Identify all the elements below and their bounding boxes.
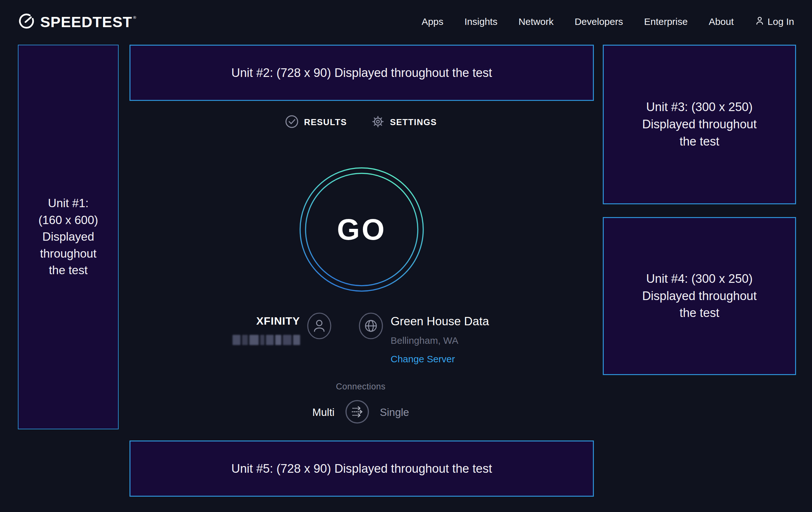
server-name: Green House Data [391, 315, 489, 328]
nav-enterprise[interactable]: Enterprise [644, 16, 688, 27]
login-label: Log In [768, 16, 794, 27]
header: SPEEDTEST ® Apps Insights Network Develo… [0, 0, 812, 44]
connections-multi-option[interactable]: Multi [312, 406, 335, 419]
login-button[interactable]: Log In [755, 16, 794, 28]
trademark-mark: ® [133, 15, 137, 20]
provider-server-row: XFINITY Green House Data Bellingham, WA [119, 312, 603, 365]
ad-unit-4[interactable]: Unit #4: (300 x 250) Displayed throughou… [603, 217, 796, 375]
server-location: Bellingham, WA [391, 335, 489, 346]
results-label: RESULTS [304, 117, 347, 127]
isp-name: XFINITY [232, 315, 300, 327]
check-circle-icon [285, 114, 299, 130]
server-globe-icon [358, 312, 384, 341]
gear-icon [371, 114, 385, 130]
settings-label: SETTINGS [390, 117, 437, 127]
user-icon [755, 16, 764, 28]
speedtest-logo[interactable]: SPEEDTEST ® [18, 0, 137, 44]
connections-single-option[interactable]: Single [380, 406, 409, 419]
connections-toggle[interactable] [345, 399, 370, 426]
ad-unit-2[interactable]: Unit #2: (728 x 90) Displayed throughout… [129, 45, 594, 101]
tabs-bar: RESULTS SETTINGS [119, 114, 603, 130]
connections-toggle-row: Multi Single [312, 399, 409, 426]
nav-apps[interactable]: Apps [422, 16, 443, 27]
tab-settings[interactable]: SETTINGS [371, 114, 437, 130]
server-block: Green House Data Bellingham, WA Change S… [391, 315, 489, 365]
change-server-link[interactable]: Change Server [391, 354, 455, 365]
nav-network[interactable]: Network [519, 16, 554, 27]
brand-wordmark: SPEEDTEST [40, 13, 132, 31]
tab-results[interactable]: RESULTS [285, 114, 347, 130]
go-label: GO [295, 162, 429, 297]
ad-unit-3[interactable]: Unit #3: (300 x 250) Displayed throughou… [603, 45, 796, 204]
ad-unit-5[interactable]: Unit #5: (728 x 90) Displayed throughout… [129, 440, 594, 497]
ip-address-redacted [232, 335, 300, 345]
isp-block: XFINITY [232, 315, 300, 345]
connections-label: Connections [336, 382, 385, 392]
ad-unit-1[interactable]: Unit #1: (160 x 600) Displayed throughou… [18, 45, 119, 429]
nav-insights[interactable]: Insights [464, 16, 497, 27]
go-button[interactable]: GO [295, 162, 429, 297]
nav-about[interactable]: About [709, 16, 733, 27]
gauge-icon [18, 12, 35, 31]
isp-user-icon [307, 312, 332, 341]
nav-developers[interactable]: Developers [575, 16, 623, 27]
connections-section: Connections Multi Single [119, 382, 603, 426]
top-nav: Apps Insights Network Developers Enterpr… [422, 0, 794, 44]
